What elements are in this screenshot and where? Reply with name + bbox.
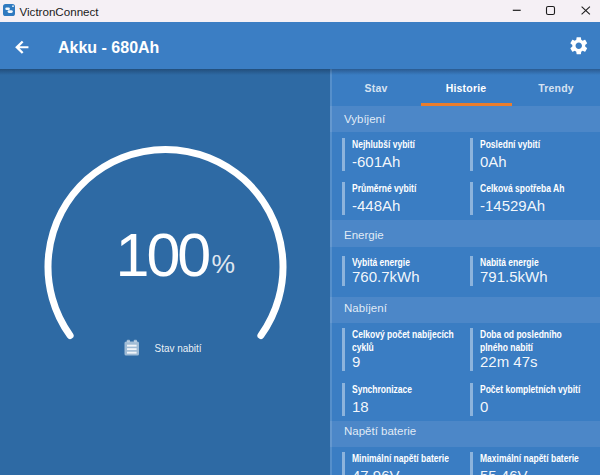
svg-text:Stav nabití: Stav nabití [155, 342, 203, 354]
svg-text:%: % [212, 249, 236, 279]
svg-text:100: 100 [116, 221, 210, 289]
